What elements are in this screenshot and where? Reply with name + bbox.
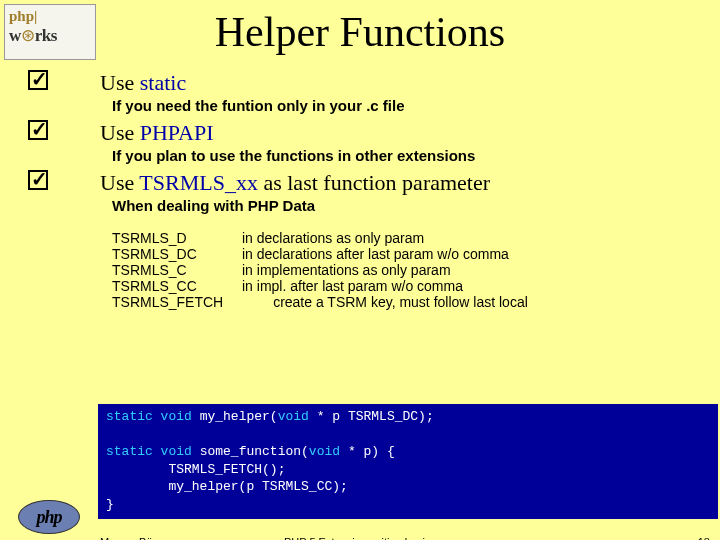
macro-row: TSRMLS_FETCH create a TSRM key, must fol… [112,294,708,310]
macro-row: TSRMLS_CCin impl. after last param w/o c… [112,278,708,294]
footer-title: PHP 5 Extension writing basics [0,536,720,540]
code-line: TSRMLS_FETCH(); [106,461,710,479]
item-heading: Use PHPAPI [100,120,708,146]
slide-content: Use static If you need the funtion only … [24,70,708,316]
code-line: static void my_helper(void * p TSRMLS_DC… [106,408,710,426]
php-logo-text: php [36,507,61,528]
code-line: my_helper(p TSRMLS_CC); [106,478,710,496]
footer-page-number: 18 [698,536,710,540]
check-icon [28,120,52,144]
check-icon [28,70,52,94]
item-heading: Use static [100,70,708,96]
item-subtext: If you need the funtion only in your .c … [112,97,708,114]
bullet-item: Use TSRMLS_xx as last function parameter… [24,170,708,310]
keyword: static [140,70,186,95]
code-line: } [106,496,710,514]
macro-row: TSRMLS_Din declarations as only param [112,230,708,246]
macro-row: TSRMLS_Cin implementations as only param [112,262,708,278]
slide-title: Helper Functions [0,8,720,56]
macro-row: TSRMLS_DCin declarations after last para… [112,246,708,262]
check-icon [28,170,52,194]
macro-list: TSRMLS_Din declarations as only param TS… [112,230,708,310]
keyword: TSRMLS_xx [139,170,258,195]
code-line: static void some_function(void * p) { [106,443,710,461]
item-subtext: When dealing with PHP Data [112,197,708,214]
bullet-item: Use static If you need the funtion only … [24,70,708,114]
item-heading: Use TSRMLS_xx as last function parameter [100,170,708,196]
keyword: PHPAPI [140,120,214,145]
code-blank [106,426,710,444]
php-logo: php [18,500,80,534]
code-block: static void my_helper(void * p TSRMLS_DC… [98,404,718,519]
bullet-item: Use PHPAPI If you plan to use the functi… [24,120,708,164]
item-subtext: If you plan to use the functions in othe… [112,147,708,164]
